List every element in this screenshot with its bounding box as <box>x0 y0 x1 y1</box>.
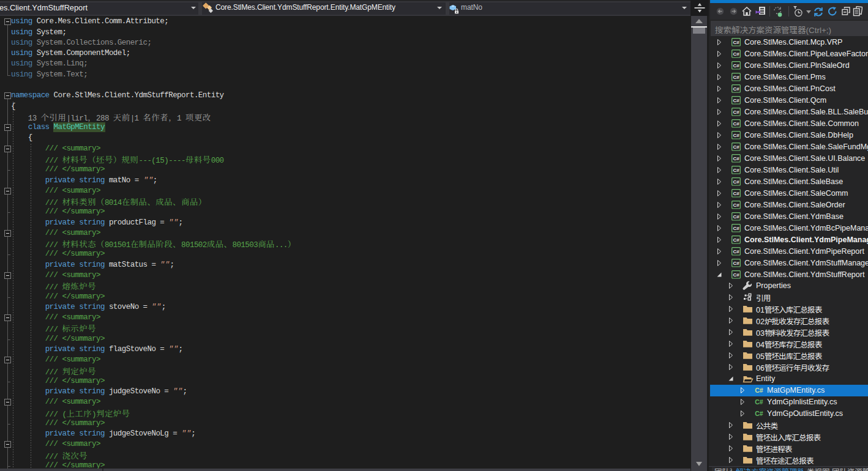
svg-text:C#: C# <box>733 237 739 243</box>
svg-text:C#: C# <box>733 272 739 278</box>
svg-text:C#: C# <box>733 121 739 127</box>
svg-text:C#: C# <box>733 40 739 45</box>
svg-text:C#: C# <box>733 63 739 69</box>
svg-text:C#: C# <box>733 261 739 266</box>
svg-text:C#: C# <box>733 75 739 80</box>
svg-text:C#: C# <box>733 51 739 57</box>
svg-text:C#: C# <box>733 168 739 173</box>
svg-text:C#: C# <box>733 191 739 196</box>
svg-text:C#: C# <box>733 98 739 103</box>
svg-text:C#: C# <box>733 144 739 150</box>
svg-text:C#: C# <box>733 202 739 208</box>
svg-text:C#: C# <box>755 410 763 417</box>
svg-text:C#: C# <box>733 109 739 115</box>
svg-text:C#: C# <box>733 226 739 231</box>
svg-text:C#: C# <box>733 86 739 92</box>
svg-text:C#: C# <box>733 156 739 161</box>
svg-text:C#: C# <box>733 179 739 185</box>
svg-text:C#: C# <box>733 133 739 138</box>
svg-text:C#: C# <box>733 214 739 220</box>
svg-text:C#: C# <box>755 387 763 394</box>
svg-text:C#: C# <box>733 249 739 254</box>
svg-text:C#: C# <box>755 398 763 406</box>
